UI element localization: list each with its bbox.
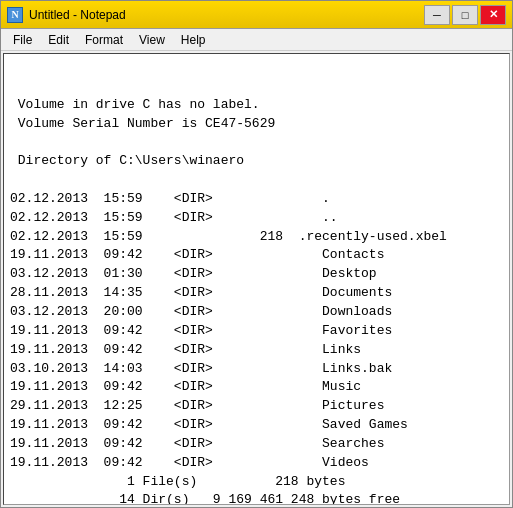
text-line: 02.12.2013 15:59 <DIR> . xyxy=(10,190,485,209)
text-line xyxy=(10,133,485,152)
text-line: 03.12.2013 01:30 <DIR> Desktop xyxy=(10,265,485,284)
text-line: 02.12.2013 15:59 218 .recently-used.xbel xyxy=(10,228,485,247)
content-area: Volume in drive C has no label. Volume S… xyxy=(1,51,512,507)
text-line: 02.12.2013 15:59 <DIR> .. xyxy=(10,209,485,228)
menu-bar: File Edit Format View Help xyxy=(1,29,512,51)
text-line: 19.11.2013 09:42 <DIR> Links xyxy=(10,341,485,360)
text-line: 19.11.2013 09:42 <DIR> Contacts xyxy=(10,246,485,265)
text-line xyxy=(10,171,485,190)
text-editor[interactable]: Volume in drive C has no label. Volume S… xyxy=(3,53,510,505)
menu-format[interactable]: Format xyxy=(77,31,131,49)
text-line: Volume in drive C has no label. xyxy=(10,96,485,115)
menu-file[interactable]: File xyxy=(5,31,40,49)
text-content: Volume in drive C has no label. Volume S… xyxy=(10,96,503,505)
text-line: 1 File(s) 218 bytes xyxy=(10,473,485,492)
text-line: 19.11.2013 09:42 <DIR> Videos xyxy=(10,454,485,473)
notepad-window: N Untitled - Notepad ─ □ ✕ File Edit For… xyxy=(0,0,513,508)
text-line: Directory of C:\Users\winaero xyxy=(10,152,485,171)
menu-edit[interactable]: Edit xyxy=(40,31,77,49)
menu-help[interactable]: Help xyxy=(173,31,214,49)
text-line: 19.11.2013 09:42 <DIR> Searches xyxy=(10,435,485,454)
maximize-button[interactable]: □ xyxy=(452,5,478,25)
window-controls: ─ □ ✕ xyxy=(424,5,506,25)
text-line: 19.11.2013 09:42 <DIR> Saved Games xyxy=(10,416,485,435)
menu-view[interactable]: View xyxy=(131,31,173,49)
text-line: 03.12.2013 20:00 <DIR> Downloads xyxy=(10,303,485,322)
close-button[interactable]: ✕ xyxy=(480,5,506,25)
title-bar-left: N Untitled - Notepad xyxy=(7,7,126,23)
text-line: 19.11.2013 09:42 <DIR> Music xyxy=(10,378,485,397)
text-line: 03.10.2013 14:03 <DIR> Links.bak xyxy=(10,360,485,379)
text-line: 19.11.2013 09:42 <DIR> Favorites xyxy=(10,322,485,341)
app-icon: N xyxy=(7,7,23,23)
window-title: Untitled - Notepad xyxy=(29,8,126,22)
text-line: 14 Dir(s) 9 169 461 248 bytes free xyxy=(10,491,485,505)
text-line: 28.11.2013 14:35 <DIR> Documents xyxy=(10,284,485,303)
text-line: 29.11.2013 12:25 <DIR> Pictures xyxy=(10,397,485,416)
text-line: Volume Serial Number is CE47-5629 xyxy=(10,115,485,134)
app-icon-letter: N xyxy=(11,9,18,20)
minimize-button[interactable]: ─ xyxy=(424,5,450,25)
title-bar: N Untitled - Notepad ─ □ ✕ xyxy=(1,1,512,29)
